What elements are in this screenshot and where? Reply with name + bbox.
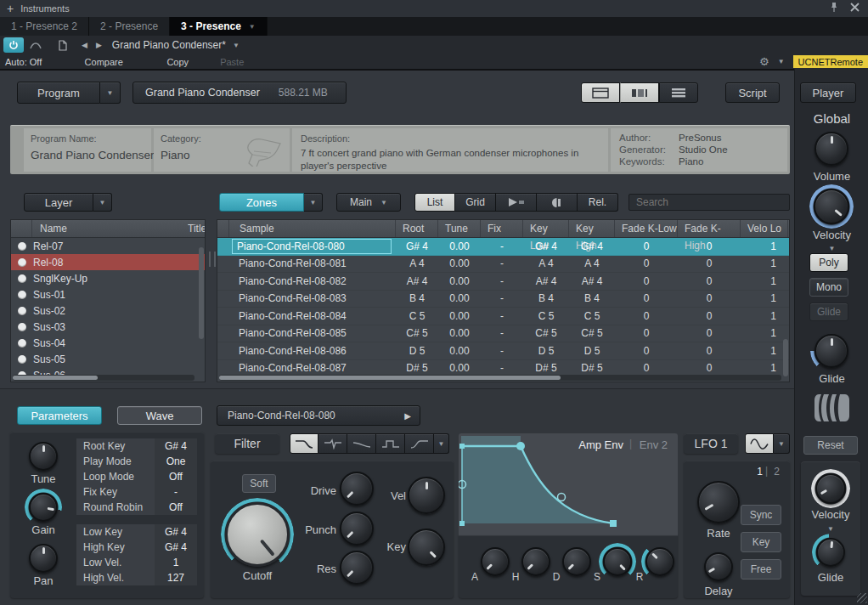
lfo-sync-button[interactable]: Sync	[741, 505, 781, 525]
view-split-button[interactable]	[620, 82, 659, 103]
zone-field[interactable]: High Vel. 127	[76, 570, 197, 585]
zones-pan-button[interactable]	[537, 193, 578, 212]
lfo-free-button[interactable]: Free	[741, 559, 781, 580]
compare-button[interactable]: Compare	[65, 57, 142, 67]
table-row[interactable]: Piano-Cond-Rel-08-081 A 4 0.00 - A 4 A 4…	[217, 256, 789, 274]
env-attack-knob[interactable]	[481, 547, 510, 576]
filter-lowpass-button[interactable]	[290, 433, 318, 454]
zones-main-dropdown[interactable]: Main ▼	[336, 193, 401, 212]
lfo-key-button[interactable]: Key	[741, 532, 781, 552]
gain-knob[interactable]	[29, 493, 58, 522]
global-velocity-knob[interactable]	[814, 189, 849, 224]
layer-list-item[interactable]: Sus-01	[11, 286, 205, 302]
lfo-delay-knob[interactable]	[704, 552, 733, 581]
tab-presence-2[interactable]: 2 - Presence	[89, 17, 170, 36]
tab-presence-1[interactable]: 1 - Presence 2	[0, 17, 89, 36]
view-list-button[interactable]	[659, 82, 698, 103]
layer-list-item[interactable]: Sus-05	[11, 351, 205, 367]
zones-fade-button[interactable]	[496, 193, 537, 212]
zone-field[interactable]: Low Vel. 1	[76, 555, 197, 570]
velocity-curve-dropdown[interactable]: ▼	[795, 241, 868, 253]
next-preset-icon[interactable]: ▶	[96, 41, 102, 49]
program-selector[interactable]: Program ▼	[17, 82, 121, 104]
filter-gentle-lowpass-button[interactable]	[347, 433, 376, 454]
res-knob[interactable]	[340, 551, 374, 585]
layer-col-name[interactable]: Name	[32, 223, 188, 235]
table-row[interactable]: Piano-Cond-Rel-08-083 B 4 0.00 - B 4 B 4…	[217, 291, 789, 308]
layer-list-item[interactable]: Sus-02	[11, 302, 205, 319]
mono-button[interactable]: Mono	[809, 278, 848, 297]
filter-notch-button[interactable]	[318, 433, 347, 454]
player-button[interactable]: Player	[800, 82, 856, 103]
voice-glide-knob[interactable]	[816, 538, 845, 567]
filter-highpass-button[interactable]	[405, 433, 434, 454]
table-row[interactable]: Piano-Cond-Rel-08-082 A# 4 0.00 - A# 4 A…	[217, 273, 789, 291]
tab-presence-3[interactable]: 3 - Presence▼	[170, 17, 268, 36]
gear-icon[interactable]: ⚙	[759, 55, 769, 68]
zone-field[interactable]: Root Key G# 4	[76, 438, 197, 454]
lfo-rate-knob[interactable]	[697, 481, 740, 523]
table-row[interactable]: Piano-Cond-Rel-08-086 D 5 0.00 - D 5 D 5…	[217, 342, 789, 360]
view-macro-button[interactable]	[581, 82, 620, 103]
copy-button[interactable]: Copy	[152, 57, 203, 67]
layer-list-item[interactable]: SnglKey-Up	[11, 270, 205, 286]
drive-knob[interactable]	[340, 472, 374, 506]
lfo-page-2[interactable]: 2	[774, 466, 780, 478]
global-volume-knob[interactable]	[814, 132, 848, 166]
global-glide-knob[interactable]	[814, 334, 848, 368]
voice-velocity-dropdown[interactable]: ▼	[801, 522, 860, 534]
tab-dropdown-icon[interactable]: ▼	[249, 23, 256, 31]
filter-bandpass-button[interactable]	[376, 433, 405, 454]
ucnet-remote-badge[interactable]: UCNETRemote	[793, 55, 868, 68]
layer-vscrollbar[interactable]	[199, 239, 204, 358]
program-dropdown-button[interactable]: ▼	[100, 82, 121, 104]
search-input[interactable]	[628, 194, 790, 211]
filter-type-dropdown[interactable]: ▼	[434, 433, 449, 454]
envelope-display[interactable]: Amp Env | Env 2	[459, 433, 678, 535]
tab-amp-env[interactable]: Amp Env	[578, 438, 623, 451]
zones-vscrollbar[interactable]	[783, 239, 788, 376]
zones-dropdown-button[interactable]: ▼	[304, 193, 323, 212]
script-button[interactable]: Script	[725, 82, 780, 103]
zones-selector[interactable]: Zones ▼	[219, 193, 323, 212]
pin-icon[interactable]	[830, 2, 838, 13]
env-release-knob[interactable]	[645, 547, 674, 576]
close-icon[interactable]	[850, 3, 860, 12]
auto-button[interactable]: Auto: Off	[5, 57, 42, 67]
paste-button[interactable]: Paste	[208, 57, 256, 67]
preset-dropdown-icon[interactable]: ▼	[233, 42, 240, 49]
tab-env-2[interactable]: Env 2	[640, 438, 668, 451]
sample-selector[interactable]: Piano-Cond-Rel-08-080 ▶	[217, 405, 420, 426]
settings-dropdown-icon[interactable]: ▼	[778, 58, 785, 65]
zones-rel-button[interactable]: Rel.	[578, 193, 618, 212]
tune-knob[interactable]	[29, 442, 58, 471]
zones-hscrollbar[interactable]	[219, 375, 781, 381]
glide-mode-button[interactable]: Glide	[809, 302, 848, 321]
sample-play-icon[interactable]: ▶	[404, 411, 411, 421]
layer-hscrollbar[interactable]	[13, 375, 194, 381]
punch-knob[interactable]	[340, 512, 374, 546]
cutoff-knob[interactable]	[225, 502, 290, 567]
layer-list-item[interactable]: Rel-08	[11, 254, 205, 270]
tab-wave[interactable]: Wave	[117, 406, 202, 425]
preset-name[interactable]: Grand Piano Condenser*	[112, 39, 226, 51]
zones-table-header[interactable]: Sample Root Tune Fix Key Low Key High Fa…	[217, 220, 789, 238]
panel-splitter[interactable]	[209, 252, 216, 267]
layer-list-item[interactable]: Rel-07	[11, 238, 205, 254]
program-display[interactable]: Grand Piano Condenser 588.21 MB	[132, 82, 347, 104]
zone-field[interactable]: Fix Key -	[76, 484, 197, 500]
spline-mode-button[interactable]	[25, 37, 46, 53]
zone-field[interactable]: High Key G# 4	[76, 540, 197, 555]
layer-selector[interactable]: Layer ▼	[24, 193, 112, 212]
key-knob[interactable]	[408, 529, 445, 566]
zones-list-button[interactable]: List	[414, 193, 455, 212]
prev-preset-icon[interactable]: ◀	[82, 41, 87, 49]
tab-parameters[interactable]: Parameters	[17, 406, 102, 425]
env-hold-knob[interactable]	[521, 547, 550, 576]
lfo-sine-button[interactable]	[745, 433, 774, 454]
voice-velocity-knob[interactable]	[815, 473, 846, 504]
zone-field[interactable]: Round Robin Off	[76, 500, 197, 515]
layer-col-title[interactable]: Title	[188, 223, 205, 235]
env-decay-knob[interactable]	[562, 547, 591, 576]
env-sustain-knob[interactable]	[603, 547, 632, 576]
